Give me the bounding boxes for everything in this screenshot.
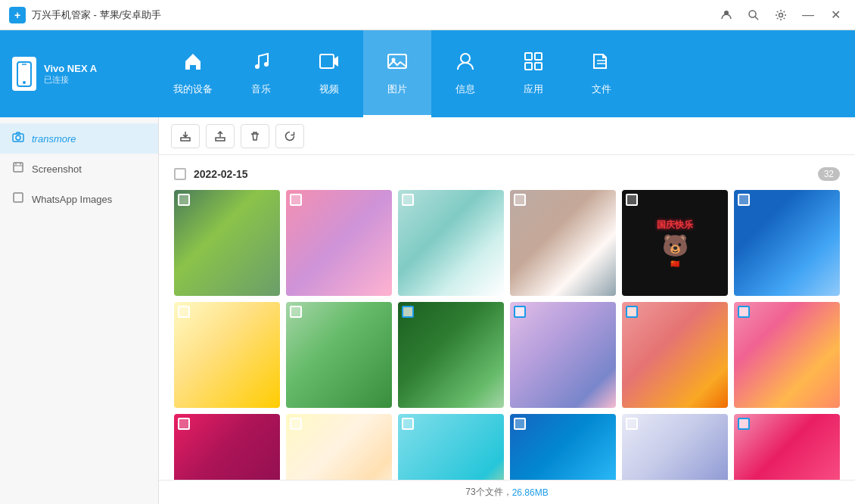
main-layout: transmore Screenshot WhatsApp Images (0, 117, 855, 504)
nav-item-apps[interactable]: 应用 (499, 30, 567, 117)
content-area: 2022-02-15 32 (159, 117, 855, 504)
date-header: 2022-02-15 32 (174, 167, 840, 181)
nav-item-photos[interactable]: 图片 (363, 30, 431, 117)
messages-icon (454, 50, 477, 78)
nav-bar: Vivo NEX A 已连接 我的设备 音乐 视频 图片 (0, 30, 855, 117)
svg-rect-14 (535, 53, 542, 60)
svg-point-8 (264, 62, 269, 67)
nav-label-files: 文件 (592, 82, 611, 96)
image-thumb[interactable] (622, 302, 728, 408)
image-thumb[interactable] (510, 414, 616, 480)
image-grid: 国庆快乐 🐻 🇨🇳 (174, 190, 840, 480)
image-thumb[interactable] (174, 302, 280, 408)
image-thumb[interactable] (510, 190, 616, 296)
svg-rect-23 (181, 138, 190, 141)
image-thumb[interactable]: 国庆快乐 🐻 🇨🇳 (622, 190, 728, 296)
thumb-checkbox[interactable] (626, 418, 638, 430)
sidebar-label-whatsapp: WhatsApp Images (32, 194, 112, 205)
device-info: Vivo NEX A 已连接 (0, 30, 159, 117)
image-thumb[interactable] (398, 302, 504, 408)
image-thumb[interactable] (510, 302, 616, 408)
image-thumb[interactable] (622, 414, 728, 480)
thumb-checkbox[interactable] (514, 418, 526, 430)
svg-point-12 (461, 54, 470, 63)
thumb-checkbox[interactable] (738, 306, 750, 318)
svg-point-3 (779, 13, 783, 17)
toolbar (159, 117, 855, 155)
delete-button[interactable] (241, 124, 269, 148)
date-select-checkbox[interactable] (174, 168, 186, 180)
svg-point-20 (16, 135, 20, 140)
minimize-button[interactable]: — (797, 5, 819, 26)
date-label: 2022-02-15 (194, 168, 248, 180)
export-button[interactable] (206, 124, 235, 148)
image-thumb[interactable] (286, 302, 392, 408)
device-name: Vivo NEX A (44, 63, 97, 74)
image-thumb[interactable] (174, 414, 280, 480)
svg-rect-13 (525, 53, 532, 60)
thumb-checkbox[interactable] (514, 194, 526, 206)
svg-rect-24 (216, 138, 225, 141)
svg-rect-21 (14, 163, 23, 172)
sidebar: transmore Screenshot WhatsApp Images (0, 117, 159, 504)
thumb-checkbox[interactable] (738, 418, 750, 430)
files-icon (590, 50, 613, 78)
refresh-button[interactable] (275, 124, 304, 148)
thumb-checkbox[interactable] (738, 194, 750, 206)
thumb-checkbox[interactable] (290, 194, 302, 206)
image-thumb[interactable] (734, 302, 840, 408)
thumb-checkbox[interactable] (178, 418, 190, 430)
app-logo: + (9, 7, 26, 23)
nav-item-music[interactable]: 音乐 (227, 30, 295, 117)
sidebar-label-screenshot: Screenshot (32, 163, 82, 175)
svg-rect-16 (535, 63, 542, 70)
close-button[interactable]: ✕ (825, 5, 846, 26)
svg-rect-22 (14, 193, 23, 202)
thumb-checkbox[interactable] (402, 306, 414, 318)
svg-line-2 (755, 17, 758, 20)
whatsapp-icon (12, 191, 24, 207)
import-button[interactable] (171, 124, 200, 148)
thumb-checkbox[interactable] (290, 418, 302, 430)
gallery-area[interactable]: 2022-02-15 32 (159, 155, 855, 480)
image-thumb[interactable] (174, 190, 280, 296)
sidebar-label-transmore: transmore (32, 133, 76, 145)
nav-label-my-device: 我的设备 (173, 82, 213, 96)
thumb-checkbox[interactable] (402, 194, 414, 206)
nav-label-video: 视频 (319, 82, 339, 96)
date-count: 32 (818, 167, 840, 181)
home-icon (182, 50, 204, 78)
thumb-checkbox[interactable] (178, 194, 190, 206)
thumb-checkbox[interactable] (290, 306, 302, 318)
app-title: 万兴手机管家 - 苹果/安卓助手 (32, 8, 716, 22)
thumb-checkbox[interactable] (402, 418, 414, 430)
svg-point-7 (255, 64, 260, 69)
sidebar-item-screenshot[interactable]: Screenshot (0, 154, 158, 184)
nav-item-my-device[interactable]: 我的设备 (159, 30, 227, 117)
photos-icon (386, 50, 409, 78)
nav-item-files[interactable]: 文件 (567, 30, 636, 117)
image-thumb[interactable] (286, 414, 392, 480)
settings-icon[interactable] (770, 5, 791, 26)
image-thumb[interactable] (286, 190, 392, 296)
thumb-checkbox[interactable] (514, 306, 526, 318)
nav-item-video[interactable]: 视频 (295, 30, 363, 117)
image-thumb[interactable] (734, 414, 840, 480)
image-thumb[interactable] (398, 190, 504, 296)
svg-point-1 (749, 11, 756, 17)
music-icon (250, 50, 272, 78)
search-icon[interactable] (743, 5, 764, 26)
device-status: 已连接 (44, 74, 97, 86)
nav-item-messages[interactable]: 信息 (431, 30, 499, 117)
image-thumb[interactable] (734, 190, 840, 296)
nav-items: 我的设备 音乐 视频 图片 信息 (159, 30, 855, 117)
sidebar-item-whatsapp[interactable]: WhatsApp Images (0, 184, 158, 214)
device-icon (12, 57, 36, 91)
thumb-checkbox[interactable] (178, 306, 190, 318)
account-icon[interactable] (716, 5, 737, 26)
thumb-checkbox[interactable] (626, 306, 638, 318)
nav-label-apps: 应用 (524, 82, 543, 96)
sidebar-item-transmore[interactable]: transmore (0, 123, 158, 154)
image-thumb[interactable] (398, 414, 504, 480)
title-bar: + 万兴手机管家 - 苹果/安卓助手 — ✕ (0, 0, 855, 30)
